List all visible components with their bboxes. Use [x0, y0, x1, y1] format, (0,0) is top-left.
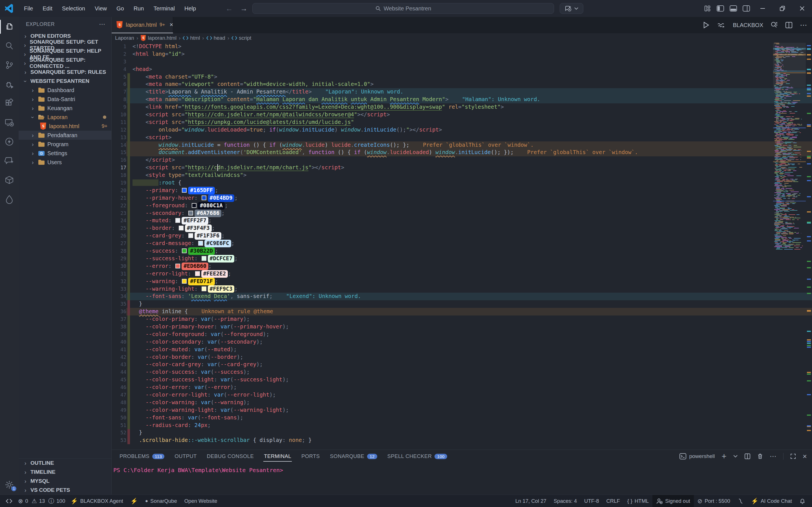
status-fork-indicator[interactable] — [734, 495, 748, 507]
status-errors[interactable]: ⊗0 — [16, 495, 30, 507]
menu-file[interactable]: File — [19, 3, 38, 14]
run-icon[interactable] — [702, 21, 710, 29]
breadcrumb-html[interactable]: html — [183, 35, 200, 41]
menu-help[interactable]: Help — [180, 3, 201, 14]
format-icon[interactable] — [717, 21, 725, 29]
kill-terminal-icon[interactable] — [757, 453, 763, 459]
status-notifications[interactable] — [796, 495, 809, 507]
section-outline[interactable]: ›OUTLINE — [18, 459, 111, 467]
sidebar-item-laporan-html[interactable]: 5laporan.html9+ — [18, 122, 111, 131]
code-line-31[interactable]: 31 --error-light: #FEE2E2; — [112, 270, 812, 278]
command-center-search[interactable]: Website Pesantren — [252, 3, 554, 14]
code-line-49[interactable]: 49 --color-warning-light: var(--warning-… — [112, 406, 812, 414]
section-sonarqube-setup-rules[interactable]: ›SONARQUBE SETUP: RULES — [18, 68, 111, 76]
split-icon[interactable] — [785, 21, 793, 29]
panel-tab-spell-checker[interactable]: SPELL CHECKER100 — [382, 450, 452, 463]
sidebar-item-dashboard[interactable]: ›Dashboard — [18, 86, 111, 95]
code-line-22[interactable]: 22 --foreground: #080C1A; — [112, 202, 812, 210]
toggle-panel-icon[interactable] — [727, 2, 740, 15]
code-line-35[interactable]: 35 } — [112, 300, 812, 308]
section-sonarqube-setup-connected[interactable]: ›SONARQUBE SETUP: CONNECTED ... — [18, 59, 111, 68]
code-editor[interactable]: 1<!DOCTYPE html>2<html lang="id">34<head… — [112, 43, 812, 450]
status-live-server-port[interactable]: ⊘Port : 5500 — [694, 495, 734, 507]
code-line-23[interactable]: 23 --secondary: #6A7686; — [112, 210, 812, 217]
sidebar-item-data-santri[interactable]: ›Data-Santri — [18, 95, 111, 104]
code-line-11[interactable]: 11 <script src="https://unpkg.com/lucide… — [112, 119, 812, 126]
code-line-13[interactable]: 13 <script> — [112, 134, 812, 142]
code-line-6[interactable]: 6 <meta name="viewport" content="width=d… — [112, 80, 812, 88]
status-indentation[interactable]: Spaces: 4 — [550, 495, 580, 507]
explorer-more-actions-icon[interactable]: ⋯ — [99, 20, 106, 28]
code-line-43[interactable]: 43 --color-card-grey: var(--card-grey); — [112, 361, 812, 369]
menu-go[interactable]: Go — [112, 3, 129, 14]
status-account-signed-out[interactable]: Signed out — [652, 495, 694, 507]
panel-tab-problems[interactable]: PROBLEMS113 — [114, 450, 169, 463]
code-line-53[interactable]: 53 .scrollbar-hide::-webkit-scrollbar { … — [112, 437, 812, 444]
code-line-34[interactable]: 34 --font-sans: 'Lexend Deca', sans-seri… — [112, 293, 812, 300]
terminal-output[interactable]: PS C:\Folder Kerja BWA\Template\Website … — [113, 467, 283, 473]
code-line-33[interactable]: 33 --warning-light: #FEF9C3; — [112, 285, 812, 293]
breadcrumb-laporan[interactable]: Laporan — [115, 35, 134, 41]
code-line-32[interactable]: 32 --warning: #FED71F; — [112, 278, 812, 285]
search-icon[interactable] — [0, 37, 18, 55]
sonarqube-icon[interactable] — [0, 190, 18, 208]
close-panel-icon[interactable]: × — [803, 452, 807, 461]
layout-grid-icon[interactable] — [701, 2, 714, 15]
code-line-39[interactable]: 39 --color-foreground: var(--foreground)… — [112, 331, 812, 338]
menu-view[interactable]: View — [90, 3, 112, 14]
settings-icon[interactable]: 1 — [0, 476, 18, 494]
code-line-19[interactable]: 19 :root { — [112, 179, 812, 187]
code-line-38[interactable]: 38 --color-primary-hover: var(--primary-… — [112, 323, 812, 331]
sidebar-item-users[interactable]: ›Users — [18, 158, 111, 167]
terminal-shell-item[interactable]: powershell — [679, 453, 715, 459]
code-line-46[interactable]: 46 --color-error: var(--error); — [112, 384, 812, 391]
code-line-10[interactable]: 10 <script src="https://cdn.jsdelivr.net… — [112, 111, 812, 119]
section-website-pesantren[interactable]: ›WEBSITE PESANTREN — [18, 76, 111, 86]
panel-tab-output[interactable]: OUTPUT — [169, 450, 202, 463]
breadcrumb-laporan-html[interactable]: 5laporan.html — [140, 35, 176, 41]
minimap[interactable] — [773, 43, 806, 450]
breadcrumb-head[interactable]: head — [206, 35, 225, 41]
status-warnings[interactable]: ⚠13 — [30, 495, 47, 507]
code-line-45[interactable]: 45 --color-success-light: var(--success-… — [112, 376, 812, 384]
code-line-51[interactable]: 51 --radius-card: 24px; — [112, 421, 812, 429]
code-line-26[interactable]: 26 --card-grey: #F1F3F6; — [112, 232, 812, 240]
code-line-18[interactable]: 18 <style type="text/tailwindcss"> — [112, 172, 812, 179]
lightning-icon[interactable] — [0, 133, 18, 151]
code-line-20[interactable]: 20 --primary: #165DFF; — [112, 187, 812, 194]
status-cursor-position[interactable]: Ln 17, Col 27 — [512, 495, 550, 507]
sidebar-item-keuangan[interactable]: ›Keuangan — [18, 104, 111, 113]
panel-tab-debug-console[interactable]: DEBUG CONSOLE — [202, 450, 259, 463]
status-bolt-indicator[interactable]: ⚡ — [127, 495, 142, 507]
run-and-debug-icon[interactable] — [0, 75, 18, 93]
close-button[interactable] — [792, 0, 812, 17]
code-line-9[interactable]: 9 <link href="https://fonts.googleapis.c… — [112, 103, 812, 111]
remote-explorer-icon[interactable] — [0, 114, 18, 131]
code-line-12[interactable]: 12 onload="window.lucideLoaded=true; if(… — [112, 126, 812, 134]
status-info-count[interactable]: ⓘ100 — [47, 495, 67, 507]
sidebar-item-laporan[interactable]: ›Laporan — [18, 113, 111, 122]
code-line-44[interactable]: 44 --color-success: var(--success); — [112, 369, 812, 376]
code-line-37[interactable]: 37 --color-primary: var(--primary); — [112, 316, 812, 323]
toggle-sidebar-icon[interactable] — [714, 2, 727, 15]
section-mysql[interactable]: ›MYSQL — [18, 476, 111, 486]
extensions-icon[interactable] — [0, 95, 18, 112]
toggle-secondary-sidebar-icon[interactable] — [740, 2, 753, 15]
status-open-website[interactable]: Open Website — [181, 495, 221, 507]
code-line-42[interactable]: 42 --color-border: var(--border); — [112, 353, 812, 361]
menu-selection[interactable]: Selection — [57, 3, 90, 14]
code-line-3[interactable]: 3 — [112, 58, 812, 66]
status-encoding[interactable]: UTF-8 — [580, 495, 603, 507]
split-terminal-icon[interactable] — [744, 453, 751, 459]
code-line-50[interactable]: 50 --font-sans: var(--font-sans); — [112, 414, 812, 421]
tab-laporan-html[interactable]: 5 laporan.html 9+ × — [112, 17, 173, 33]
code-line-4[interactable]: 4<head> — [112, 66, 812, 73]
code-line-28[interactable]: 28 --success: #30B22D; — [112, 247, 812, 255]
back-arrow-icon[interactable]: ← — [225, 4, 233, 13]
breadcrumb-script[interactable]: script — [232, 35, 251, 41]
status-remote-indicator[interactable] — [2, 495, 16, 507]
code-line-2[interactable]: 2<html lang="id"> — [112, 50, 812, 58]
code-line-29[interactable]: 29 --success-light: #DCFCE7; — [112, 255, 812, 263]
status-blackbox-agent[interactable]: ⚡BLACKBOX Agent — [67, 495, 126, 507]
ai-chat-icon[interactable] — [0, 152, 18, 170]
